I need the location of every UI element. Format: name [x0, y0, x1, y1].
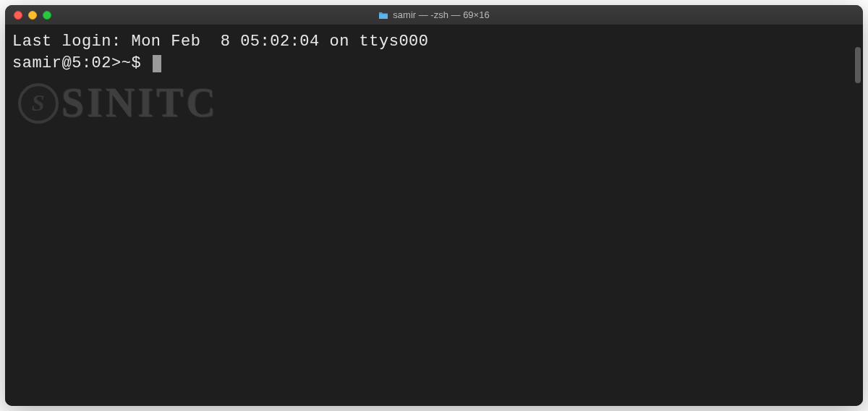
watermark-text: SINITC [61, 76, 218, 131]
last-login-line: Last login: Mon Feb 8 05:02:04 on ttys00… [12, 31, 856, 53]
title-bar[interactable]: samir — -zsh — 69×16 [5, 5, 863, 25]
prompt-line: samir@5:02>~$ [12, 53, 856, 75]
terminal-body[interactable]: Last login: Mon Feb 8 05:02:04 on ttys00… [5, 25, 863, 406]
folder-icon [378, 11, 388, 19]
traffic-lights [5, 11, 51, 20]
terminal-window: samir — -zsh — 69×16 Last login: Mon Feb… [5, 5, 863, 406]
prompt-text: samir@5:02>~$ [12, 53, 151, 75]
watermark: S SINITC [18, 76, 218, 131]
scrollbar[interactable] [855, 47, 861, 83]
window-title: samir — -zsh — 69×16 [393, 9, 489, 20]
close-button[interactable] [14, 11, 22, 20]
window-title-group: samir — -zsh — 69×16 [378, 9, 489, 20]
watermark-logo-letter: S [32, 88, 45, 119]
cursor [153, 55, 161, 72]
maximize-button[interactable] [43, 11, 51, 20]
minimize-button[interactable] [28, 11, 37, 20]
watermark-logo-icon: S [18, 83, 59, 124]
